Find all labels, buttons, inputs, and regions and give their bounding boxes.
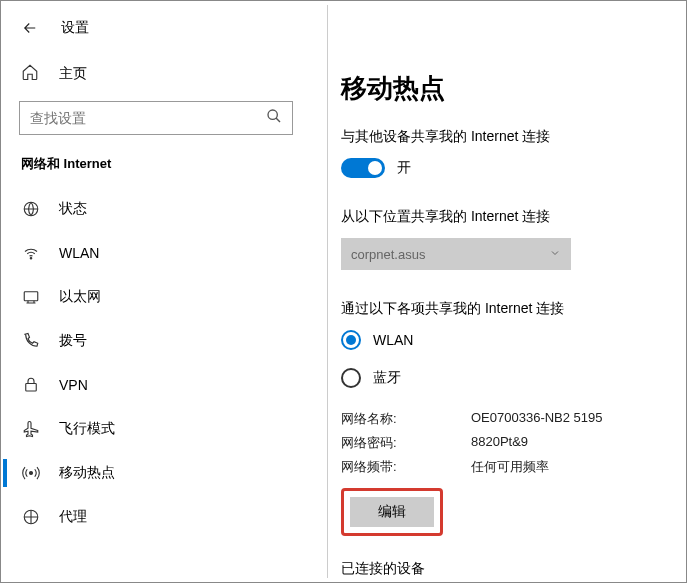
select-value: corpnet.asus xyxy=(351,247,425,262)
window-title: 设置 xyxy=(61,19,89,37)
radio-wlan-label: WLAN xyxy=(373,332,413,348)
nav-label: 飞行模式 xyxy=(59,420,115,438)
proxy-icon xyxy=(21,507,41,527)
net-name-key: 网络名称: xyxy=(341,410,471,428)
nav-label: WLAN xyxy=(59,245,99,261)
ethernet-icon xyxy=(21,287,41,307)
home-button[interactable]: 主页 xyxy=(1,55,311,101)
nav-item-proxy[interactable]: 代理 xyxy=(1,495,311,539)
airplane-icon xyxy=(21,419,41,439)
wifi-icon xyxy=(21,243,41,263)
net-band-key: 网络频带: xyxy=(341,458,471,476)
radio-icon xyxy=(341,330,361,350)
search-icon xyxy=(266,108,282,128)
vertical-divider xyxy=(327,5,328,578)
chevron-down-icon xyxy=(549,247,561,262)
section-label: 网络和 Internet xyxy=(1,155,311,187)
nav-item-ethernet[interactable]: 以太网 xyxy=(1,275,311,319)
svg-point-0 xyxy=(268,110,277,119)
svg-point-5 xyxy=(30,472,33,475)
page-title: 移动热点 xyxy=(341,71,668,106)
share-from-select[interactable]: corpnet.asus xyxy=(341,238,571,270)
sidebar: 主页 网络和 Internet 状态 WLAN xyxy=(1,47,311,578)
hotspot-icon xyxy=(21,463,41,483)
dialup-icon xyxy=(21,331,41,351)
net-name-val: OE0700336-NB2 5195 xyxy=(471,410,603,428)
nav-item-airplane[interactable]: 飞行模式 xyxy=(1,407,311,451)
nav-label: VPN xyxy=(59,377,88,393)
back-button[interactable] xyxy=(21,19,39,37)
edit-highlight: 编辑 xyxy=(341,488,443,536)
nav-label: 状态 xyxy=(59,200,87,218)
share-via-label: 通过以下各项共享我的 Internet 连接 xyxy=(341,300,668,318)
main-content: 移动热点 与其他设备共享我的 Internet 连接 开 从以下位置共享我的 I… xyxy=(311,47,686,578)
nav-label: 拨号 xyxy=(59,332,87,350)
nav-item-wlan[interactable]: WLAN xyxy=(1,231,311,275)
nav-item-hotspot[interactable]: 移动热点 xyxy=(1,451,311,495)
radio-icon xyxy=(341,368,361,388)
net-band-val: 任何可用频率 xyxy=(471,458,549,476)
radio-bt-label: 蓝牙 xyxy=(373,369,401,387)
net-pwd-key: 网络密码: xyxy=(341,434,471,452)
svg-point-2 xyxy=(30,258,32,260)
vpn-icon xyxy=(21,375,41,395)
share-label: 与其他设备共享我的 Internet 连接 xyxy=(341,128,668,146)
search-input-box[interactable] xyxy=(19,101,293,135)
nav-label: 移动热点 xyxy=(59,464,115,482)
radio-wlan[interactable]: WLAN xyxy=(341,330,668,350)
nav-label: 以太网 xyxy=(59,288,101,306)
svg-rect-4 xyxy=(26,384,37,392)
share-from-label: 从以下位置共享我的 Internet 连接 xyxy=(341,208,668,226)
nav-item-status[interactable]: 状态 xyxy=(1,187,311,231)
nav-item-vpn[interactable]: VPN xyxy=(1,363,311,407)
nav-item-dialup[interactable]: 拨号 xyxy=(1,319,311,363)
home-label: 主页 xyxy=(59,65,87,83)
edit-button[interactable]: 编辑 xyxy=(350,497,434,527)
svg-rect-3 xyxy=(24,292,38,301)
connected-devices-label: 已连接的设备 xyxy=(341,560,668,578)
radio-bluetooth[interactable]: 蓝牙 xyxy=(341,368,668,388)
net-pwd-val: 8820Pt&9 xyxy=(471,434,528,452)
nav-label: 代理 xyxy=(59,508,87,526)
toggle-state-label: 开 xyxy=(397,159,411,177)
nav-list: 状态 WLAN 以太网 拨号 xyxy=(1,187,311,539)
home-icon xyxy=(21,63,39,85)
share-toggle[interactable] xyxy=(341,158,385,178)
status-icon xyxy=(21,199,41,219)
search-input[interactable] xyxy=(30,110,266,126)
